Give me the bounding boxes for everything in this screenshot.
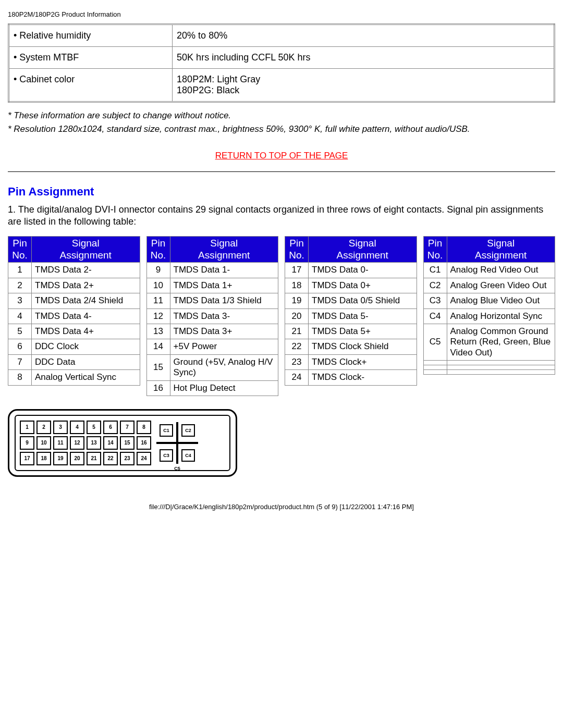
pin-number: 20 <box>285 309 309 324</box>
pin-signal: TMDS Data 4- <box>32 309 140 324</box>
pin-box: 18 <box>36 452 51 465</box>
pin-number: 21 <box>285 324 309 339</box>
pin-box: 6 <box>103 421 118 434</box>
pin-signal <box>447 361 555 365</box>
spec-value: 180P2M: Light Gray 180P2G: Black <box>173 69 555 102</box>
table-row: C4Analog Horizontal Sync <box>423 309 555 324</box>
table-row <box>423 365 555 370</box>
pin-box: 14 <box>103 436 118 450</box>
c1-box: C1 <box>160 424 173 437</box>
table-row: 9TMDS Data 1- <box>146 263 278 278</box>
cross-horizontal <box>156 442 198 444</box>
table-row: • Cabinet color180P2M: Light Gray 180P2G… <box>9 69 555 102</box>
return-to-top-link[interactable]: RETURN TO TOP OF THE PAGE <box>215 151 348 161</box>
table-row: 3TMDS Data 2/4 Shield <box>8 293 140 309</box>
c3-box: C3 <box>160 449 173 462</box>
pin-number: C3 <box>423 293 447 309</box>
table-row: 13TMDS Data 3+ <box>146 324 278 339</box>
pin-number: 17 <box>285 263 309 278</box>
pin-signal: TMDS Data 0- <box>309 263 417 278</box>
table-row: 17TMDS Data 0- <box>285 263 417 278</box>
table-row <box>423 361 555 365</box>
pin-number: 23 <box>285 354 309 369</box>
table-row: 16Hot Plug Detect <box>146 380 278 396</box>
table-row: 5TMDS Data 4+ <box>8 324 140 339</box>
c2-box: C2 <box>181 424 195 437</box>
pin-number: 3 <box>8 293 32 309</box>
table-row: 23TMDS Clock+ <box>285 354 417 369</box>
table-row: 10TMDS Data 1+ <box>146 278 278 293</box>
pin-signal: TMDS Data 1- <box>170 263 278 278</box>
pin-box: 19 <box>53 452 68 465</box>
pin-header-signal: SignalAssignment <box>309 236 417 263</box>
table-row: 15Ground (+5V, Analog H/V Sync) <box>146 354 278 380</box>
pin-header-no: PinNo. <box>146 236 170 263</box>
divider <box>8 171 555 172</box>
pin-box: 11 <box>53 436 68 450</box>
pin-header-no: PinNo. <box>423 236 447 263</box>
table-row: 7DDC Data <box>8 354 140 369</box>
pin-number: 18 <box>285 278 309 293</box>
pin-box: 15 <box>120 436 134 450</box>
pin-signal: TMDS Data 5- <box>309 309 417 324</box>
table-row: 1TMDS Data 2- <box>8 263 140 278</box>
pin-number <box>423 361 447 365</box>
note-1: * These information are subject to chang… <box>8 110 555 121</box>
table-row: C1Analog Red Video Out <box>423 263 555 278</box>
page-header: 180P2M/180P2G Product Information <box>8 10 555 18</box>
pin-number: 19 <box>285 293 309 309</box>
pin-number: 1 <box>8 263 32 278</box>
analog-cross-area: C1 C2 C3 C4 C5 <box>156 422 198 464</box>
pin-signal: TMDS Data 0+ <box>309 278 417 293</box>
pin-number: 10 <box>146 278 170 293</box>
table-row: 6DDC Clock <box>8 339 140 354</box>
spec-label: • Cabinet color <box>9 69 173 102</box>
pin-signal: TMDS Data 5+ <box>309 324 417 339</box>
spec-label: • Relative humidity <box>9 24 173 47</box>
pin-number <box>423 365 447 370</box>
pin-box: 24 <box>137 452 151 465</box>
pin-intro-text: 1. The digital/analog DVI-I onnector con… <box>8 204 555 228</box>
pin-header-no: PinNo. <box>8 236 32 263</box>
pin-box: 16 <box>137 436 151 450</box>
table-row: 4TMDS Data 4- <box>8 309 140 324</box>
page-footer: file:///D|/Grace/K1/english/180p2m/produ… <box>8 503 555 511</box>
pin-number: C5 <box>423 324 447 360</box>
pin-tables-row: PinNo.SignalAssignment1TMDS Data 2-2TMDS… <box>8 236 555 396</box>
spec-value: 50K hrs including CCFL 50K hrs <box>173 47 555 69</box>
pin-signal: TMDS Data 2- <box>32 263 140 278</box>
pin-box: 23 <box>120 452 134 465</box>
pin-number: 5 <box>8 324 32 339</box>
pin-box: 3 <box>53 421 68 434</box>
pin-signal: DDC Data <box>32 354 140 369</box>
pin-signal: TMDS Data 1+ <box>170 278 278 293</box>
pin-number: 15 <box>146 354 170 380</box>
pin-number: 22 <box>285 339 309 354</box>
table-row: 14+5V Power <box>146 339 278 354</box>
c4-box: C4 <box>181 449 195 462</box>
pin-signal: TMDS Data 3+ <box>170 324 278 339</box>
pin-box: 9 <box>20 436 34 450</box>
table-row: 2TMDS Data 2+ <box>8 278 140 293</box>
pin-number: 12 <box>146 309 170 324</box>
table-row: 22TMDS Clock Shield <box>285 339 417 354</box>
pin-box: 2 <box>36 421 51 434</box>
table-row: C3Analog Blue Video Out <box>423 293 555 309</box>
pin-header-signal: SignalAssignment <box>170 236 278 263</box>
pin-box: 4 <box>70 421 84 434</box>
table-row: 8Analog Vertical Sync <box>8 370 140 385</box>
pin-signal: Analog Blue Video Out <box>447 293 555 309</box>
table-row: 11TMDS Data 1/3 Shield <box>146 293 278 309</box>
pin-box: 7 <box>120 421 134 434</box>
pin-box: 1 <box>20 421 34 434</box>
pin-box: 21 <box>87 452 101 465</box>
pin-signal: Hot Plug Detect <box>170 380 278 396</box>
pin-grid: 123456789101112131415161718192021222324 <box>20 421 151 465</box>
pin-header-signal: SignalAssignment <box>32 236 140 263</box>
pin-number <box>423 370 447 375</box>
spec-label: • System MTBF <box>9 47 173 69</box>
pin-box: 13 <box>87 436 101 450</box>
pin-signal <box>447 365 555 370</box>
pin-signal: Ground (+5V, Analog H/V Sync) <box>170 354 278 380</box>
pin-number: 24 <box>285 370 309 385</box>
